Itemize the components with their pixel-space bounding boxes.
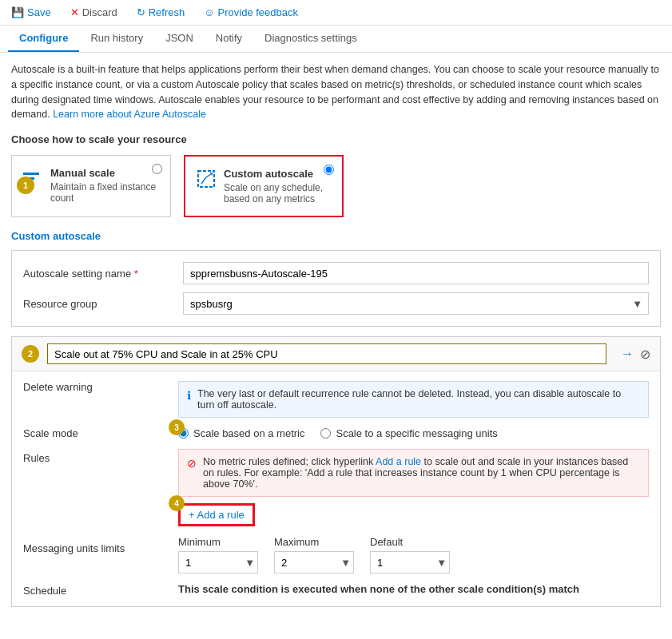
maximum-header: Maximum	[274, 536, 354, 548]
schedule-label: Schedule	[23, 583, 167, 597]
resource-group-row: Resource group spsbusrg ▼	[23, 292, 649, 315]
default-header-label: Default	[370, 536, 450, 548]
choose-heading: Choose how to scale your resource	[11, 133, 661, 145]
svg-line-1	[201, 177, 206, 184]
custom-autoscale-radio[interactable]	[324, 165, 334, 177]
badge4: 4	[169, 495, 185, 511]
default-badge: 2	[22, 345, 39, 363]
refresh-button[interactable]: ↻ Refresh	[133, 5, 189, 20]
toolbar: 💾 Save ✕ Discard ↻ Refresh ☺ Provide fee…	[0, 0, 672, 26]
resource-group-select[interactable]: spsbusrg	[183, 292, 649, 315]
tab-configure[interactable]: Configure	[8, 26, 79, 52]
autoscale-name-row: Autoscale setting name *	[23, 262, 649, 284]
custom-autoscale-icon	[197, 169, 216, 189]
scale-on-metric-option[interactable]: Scale based on a metric	[178, 427, 304, 439]
custom-autoscale-label: Custom autoscale	[11, 230, 661, 242]
description-text: Autoscale is a built-in feature that hel…	[11, 62, 661, 122]
scale-to-specific-option[interactable]: Scale to a specific messaging units	[320, 427, 497, 439]
rules-row: Rules ⊘ No metric rules defined; click h…	[23, 449, 649, 526]
scale-mode-row: Scale mode 3 Scale based on a metric Sca…	[23, 427, 649, 439]
rules-label: Rules	[23, 449, 167, 464]
main-content: Autoscale is a built-in feature that hel…	[0, 53, 672, 626]
limits-row: Messaging units limits Minimum Maximum D…	[23, 536, 649, 574]
delete-warning-row: Delete warning ℹ The very last or defaul…	[23, 381, 649, 418]
refresh-icon: ↻	[137, 6, 145, 18]
custom-autoscale-text: Custom autoscale Scale on any schedule, …	[224, 168, 331, 204]
learn-more-link[interactable]: Learn more about Azure Autoscale	[53, 109, 206, 120]
rules-error-text: No metric rules defined; click hyperlink…	[203, 456, 640, 490]
save-icon: 💾	[11, 6, 24, 18]
default-select[interactable]: 124	[370, 551, 450, 574]
scale-on-metric-label: Scale based on a metric	[193, 427, 304, 439]
default-name-input[interactable]	[47, 343, 606, 364]
discard-button[interactable]: ✕ Discard	[67, 5, 121, 20]
tab-notify[interactable]: Notify	[205, 26, 253, 52]
add-rule-wrap: + Add a rule	[178, 503, 255, 526]
tab-bar: Configure Run history JSON Notify Diagno…	[0, 26, 672, 53]
scale-options: 1 Manual scale Maintain a fixed instance…	[11, 155, 661, 217]
manual-scale-subtitle: Maintain a fixed instance count	[50, 181, 159, 204]
discard-label: Discard	[82, 6, 117, 18]
limits-content: Minimum Maximum Default 124 ▼	[178, 536, 649, 574]
default-body: Delete warning ℹ The very last or defaul…	[12, 371, 660, 606]
autoscale-name-label: Autoscale setting name *	[23, 268, 183, 280]
navigate-icon-button[interactable]: →	[621, 347, 634, 362]
default-header: 2 → ⊘	[12, 337, 660, 371]
add-rule-button[interactable]: + Add a rule	[180, 505, 253, 525]
save-label: Save	[27, 6, 51, 18]
feedback-label: Provide feedback	[218, 6, 298, 18]
tab-run-history[interactable]: Run history	[79, 26, 154, 52]
info-icon: ℹ	[187, 389, 191, 402]
delete-warning-text: The very last or default recurrence rule…	[197, 388, 640, 411]
error-icon: ⊘	[187, 457, 197, 470]
refresh-label: Refresh	[149, 6, 185, 18]
svg-line-2	[206, 174, 211, 177]
badge3: 3	[169, 419, 185, 435]
maximum-select[interactable]: 124	[274, 551, 354, 574]
delete-warning-label: Delete warning	[23, 381, 167, 418]
schedule-row: Schedule This scale condition is execute…	[23, 583, 649, 597]
tab-json[interactable]: JSON	[154, 26, 205, 52]
discard-icon: ✕	[70, 6, 79, 18]
minimum-header: Minimum	[178, 536, 258, 548]
form-section: Autoscale setting name * Resource group …	[11, 250, 661, 327]
resource-group-label: Resource group	[23, 298, 183, 310]
delete-warning-box: ℹ The very last or default recurrence ru…	[178, 381, 649, 418]
save-button[interactable]: 💾 Save	[8, 5, 54, 20]
limits-headers: Minimum Maximum Default	[178, 536, 649, 548]
minimum-select-wrap: 124 ▼	[178, 551, 258, 574]
limits-label: Messaging units limits	[23, 536, 167, 554]
tab-diagnostics[interactable]: Diagnostics settings	[253, 26, 368, 52]
default-header-icons: → ⊘	[621, 347, 650, 362]
required-indicator: *	[134, 268, 138, 280]
maximum-select-wrap: 124 ▼	[274, 551, 354, 574]
rules-content: ⊘ No metric rules defined; click hyperli…	[178, 449, 649, 526]
minimum-select[interactable]: 124	[178, 551, 258, 574]
scale-mode-radio-group: 3 Scale based on a metric Scale to a spe…	[178, 427, 498, 439]
manual-scale-badge: 1	[17, 177, 34, 194]
delete-icon-button[interactable]: ⊘	[640, 347, 650, 362]
manual-scale-text: Manual scale Maintain a fixed instance c…	[50, 167, 159, 204]
scale-mode-label: Scale mode	[23, 427, 167, 439]
default-select-wrap: 124 ▼	[370, 551, 450, 574]
custom-autoscale-subtitle: Scale on any schedule, based on any metr…	[224, 182, 331, 204]
manual-scale-radio[interactable]	[152, 164, 162, 177]
manual-scale-option[interactable]: 1 Manual scale Maintain a fixed instance…	[11, 155, 171, 217]
limits-selects: 124 ▼ 124 ▼ 124	[178, 551, 649, 574]
default-section: 2 → ⊘ Delete warning ℹ The very last or …	[11, 336, 661, 607]
manual-scale-title: Manual scale	[50, 167, 159, 179]
resource-group-select-wrap: spsbusrg ▼	[183, 292, 649, 315]
custom-autoscale-option[interactable]: Custom autoscale Scale on any schedule, …	[184, 155, 344, 217]
autoscale-name-input[interactable]	[183, 262, 649, 284]
rules-error-box: ⊘ No metric rules defined; click hyperli…	[178, 449, 649, 497]
feedback-icon: ☺	[204, 6, 214, 18]
schedule-content: This scale condition is executed when no…	[178, 583, 649, 595]
feedback-button[interactable]: ☺ Provide feedback	[201, 5, 301, 20]
scale-to-specific-label: Scale to a specific messaging units	[336, 427, 497, 439]
add-rule-link[interactable]: Add a rule	[376, 456, 421, 467]
custom-autoscale-title: Custom autoscale	[224, 168, 331, 180]
